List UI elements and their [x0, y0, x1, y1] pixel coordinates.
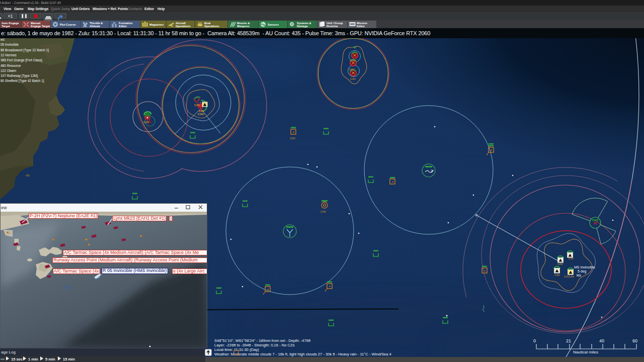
svg-text:12 Hermes: 12 Hermes — [1, 53, 17, 57]
svg-text:CAV: CAV — [349, 68, 354, 71]
svg-text:40: 40 — [599, 338, 604, 343]
svg-text:Nautical miles: Nautical miles — [573, 350, 598, 354]
svg-text:CAV: CAV — [198, 113, 204, 116]
svg-text:CAV: CAV — [143, 121, 149, 124]
svg-text:CAV: CAV — [568, 257, 574, 260]
svg-text:Layer: -226ft to -394ft - Stre: Layer: -226ft to -394ft - Strength: 0,16… — [214, 343, 295, 347]
svg-text:480 Resource: 480 Resource — [1, 64, 21, 67]
svg-text:CAV: CAV — [290, 137, 295, 140]
svg-text:Weather: Moderate middle cloud: Weather: Moderate middle clouds 7 - 16k … — [214, 352, 391, 356]
svg-text:122 Olwen: 122 Olwen — [1, 69, 16, 72]
svg-text:kts: kts — [577, 274, 581, 277]
svg-text:CAV: CAV — [554, 274, 560, 277]
svg-text:05 Invincible: 05 Invincible — [1, 43, 19, 46]
svg-text:Local time: 11:31:30 (Day): Local time: 11:31:30 (Day) — [214, 347, 259, 352]
svg-text:S48°51'10", W61°56'24" - 189nm: S48°51'10", W61°56'24" - 189nm from sel … — [214, 338, 311, 343]
svg-text:CAV: CAV — [320, 210, 326, 213]
svg-text:88 Broadsword [Type 22 Batch 1: 88 Broadsword [Type 22 Batch 1] — [1, 48, 49, 52]
svg-text:5 deg: 5 deg — [578, 269, 587, 274]
svg-text:CAV: CAV — [557, 262, 563, 265]
svg-text:MS Invincible: MS Invincible — [574, 265, 595, 269]
svg-text:CAV: CAV — [350, 59, 356, 62]
svg-text:ed:: ed: — [1, 38, 5, 41]
svg-text:21: 21 — [566, 338, 571, 343]
svg-text:60: 60 — [632, 338, 637, 343]
svg-text:107 Rothesay [Type 12M]: 107 Rothesay [Type 12M] — [1, 74, 38, 78]
svg-text:80 Sheffield [Type 42 Batch 1]: 80 Sheffield [Type 42 Batch 1] — [1, 79, 44, 83]
svg-text:0: 0 — [533, 338, 536, 343]
svg-text:385 Fort Grange [Fort Class]: 385 Fort Grange [Fort Class] — [1, 58, 42, 62]
svg-text:CAV: CAV — [350, 77, 356, 80]
svg-text:CA/CAV: CA/CAV — [564, 275, 574, 278]
svg-text:CAV: CAV — [194, 104, 200, 107]
